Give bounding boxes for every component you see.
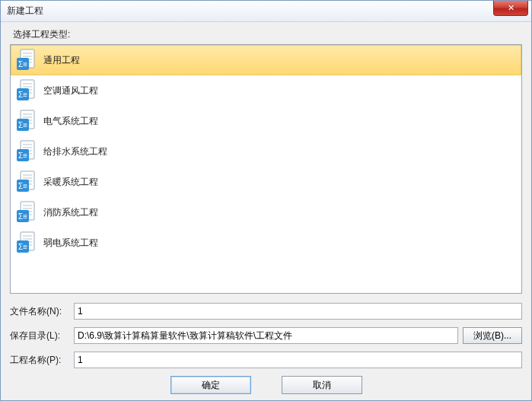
close-button[interactable]: ✕	[493, 1, 528, 16]
dialog-body: 选择工程类型: Σ≡通用工程Σ≡空调通风工程Σ≡电气系统工程Σ≡给排水系统工程Σ…	[1, 22, 531, 400]
project-type-label: 消防系统工程	[43, 206, 98, 219]
window-title: 新建工程	[7, 5, 43, 18]
projectname-label: 工程名称(P):	[10, 354, 69, 367]
projectname-input[interactable]	[74, 352, 522, 368]
project-type-item[interactable]: Σ≡给排水系统工程	[11, 136, 521, 167]
savedir-label: 保存目录(L):	[10, 329, 69, 342]
project-type-list[interactable]: Σ≡通用工程Σ≡空调通风工程Σ≡电气系统工程Σ≡给排水系统工程Σ≡采暖系统工程Σ…	[10, 44, 522, 294]
document-icon: Σ≡	[16, 140, 37, 163]
svg-text:Σ≡: Σ≡	[18, 243, 27, 251]
ok-button[interactable]: 确定	[170, 376, 251, 394]
document-icon: Σ≡	[16, 49, 37, 72]
project-type-label: 采暖系统工程	[43, 176, 98, 189]
document-icon: Σ≡	[16, 201, 37, 224]
project-type-item[interactable]: Σ≡通用工程	[11, 45, 521, 75]
project-type-item[interactable]: Σ≡电气系统工程	[11, 106, 521, 136]
svg-text:Σ≡: Σ≡	[18, 212, 27, 221]
svg-text:Σ≡: Σ≡	[18, 151, 27, 160]
dialog-buttons: 确定 取消	[10, 376, 522, 394]
project-type-label: 电气系统工程	[43, 115, 98, 128]
row-savedir: 保存目录(L): 浏览(B)...	[10, 327, 522, 344]
document-icon: Σ≡	[16, 170, 37, 193]
project-type-label: 通用工程	[43, 54, 80, 67]
project-type-item[interactable]: Σ≡弱电系统工程	[11, 228, 521, 258]
svg-text:Σ≡: Σ≡	[18, 60, 27, 68]
row-projectname: 工程名称(P):	[10, 352, 522, 368]
project-type-item[interactable]: Σ≡消防系统工程	[11, 197, 521, 228]
cancel-button[interactable]: 取消	[282, 376, 362, 394]
project-type-label: 空调通风工程	[43, 84, 98, 97]
prompt-label: 选择工程类型:	[13, 28, 522, 41]
svg-text:Σ≡: Σ≡	[18, 182, 27, 190]
browse-button[interactable]: 浏览(B)...	[463, 327, 522, 344]
project-type-label: 弱电系统工程	[43, 237, 98, 250]
row-filename: 文件名称(N):	[10, 303, 522, 320]
document-icon: Σ≡	[16, 79, 37, 102]
svg-text:Σ≡: Σ≡	[18, 91, 27, 99]
filename-label: 文件名称(N):	[10, 305, 69, 318]
document-icon: Σ≡	[16, 231, 37, 254]
document-icon: Σ≡	[16, 110, 37, 132]
project-type-label: 给排水系统工程	[43, 145, 107, 158]
project-type-item[interactable]: Σ≡采暖系统工程	[11, 167, 521, 197]
filename-input[interactable]	[74, 303, 522, 320]
project-type-item[interactable]: Σ≡空调通风工程	[11, 75, 521, 106]
titlebar: 新建工程 ✕	[1, 1, 531, 22]
savedir-input[interactable]	[74, 327, 458, 344]
close-icon: ✕	[508, 3, 514, 13]
new-project-dialog: 新建工程 ✕ 选择工程类型: Σ≡通用工程Σ≡空调通风工程Σ≡电气系统工程Σ≡给…	[0, 0, 532, 401]
form-rows: 文件名称(N): 保存目录(L): 浏览(B)... 工程名称(P): 确定 取…	[10, 303, 522, 394]
svg-text:Σ≡: Σ≡	[18, 121, 27, 129]
